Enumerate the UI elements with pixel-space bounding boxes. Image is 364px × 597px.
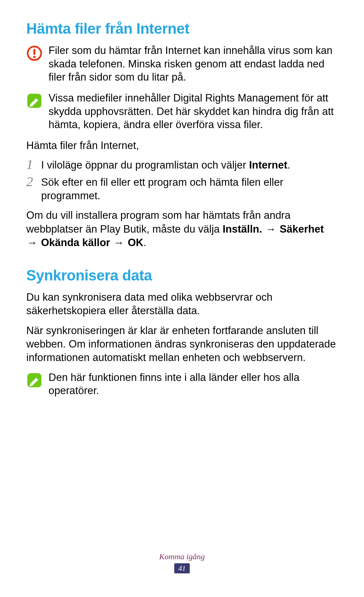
step-2-text: Sök efter en fil eller ett program och h… (41, 176, 338, 203)
warning-callout: Filer som du hämtar från Internet kan in… (26, 44, 338, 84)
step-1-pre: I viloläge öppnar du programlistan och v… (41, 159, 249, 171)
page-number-badge: 41 (174, 563, 190, 573)
note-text-drm: Vissa mediefiler innehåller Digital Righ… (49, 91, 338, 131)
step-1-text: I viloläge öppnar du programlistan och v… (41, 158, 338, 172)
svg-rect-1 (33, 49, 35, 55)
arrow-3: → (113, 237, 125, 248)
note-icon (26, 93, 42, 109)
warning-text: Filer som du hämtar från Internet kan in… (49, 44, 338, 84)
step-1: 1 I viloläge öppnar du programlistan och… (26, 158, 338, 172)
note-icon (26, 372, 42, 388)
step-number-2: 2 (26, 175, 36, 188)
install-bold-3: Okända källor (41, 237, 110, 248)
install-bold-4: OK (128, 237, 144, 248)
step-1-bold: Internet (249, 159, 287, 171)
install-period: . (143, 237, 146, 248)
svg-point-2 (33, 56, 36, 58)
install-bold-1: Inställn. (222, 223, 262, 235)
document-page: Hämta filer från Internet Filer som du h… (0, 0, 364, 597)
step-2: 2 Sök efter en fil eller ett program och… (26, 176, 338, 203)
footer-section-label: Komma igång (0, 552, 364, 561)
intro-line: Hämta filer från Internet, (26, 139, 338, 152)
section-heading-download: Hämta filer från Internet (26, 20, 338, 37)
note-callout-availability: Den här funktionen finns inte i alla län… (26, 371, 338, 397)
page-footer: Komma igång 41 (0, 552, 364, 573)
arrow-1: → (265, 223, 277, 235)
sync-paragraph-1: Du kan synkronisera data med olika webbs… (26, 291, 338, 318)
arrow-2: → (26, 237, 38, 248)
step-1-post: . (287, 159, 291, 171)
section-heading-sync: Synkronisera data (26, 267, 338, 284)
note-text-availability: Den här funktionen finns inte i alla län… (49, 371, 338, 397)
warning-icon (26, 45, 42, 61)
install-instructions: Om du vill installera program som har hä… (26, 209, 338, 249)
step-number-1: 1 (26, 158, 36, 171)
note-callout-drm: Vissa mediefiler innehåller Digital Righ… (26, 91, 338, 131)
install-bold-2: Säkerhet (280, 223, 324, 235)
sync-paragraph-2: När synkroniseringen är klar är enheten … (26, 324, 338, 365)
